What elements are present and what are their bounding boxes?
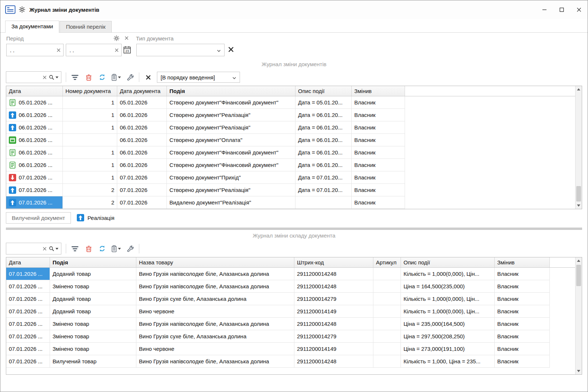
cell-product[interactable]: Вино Грузія напівсолодке біле, Алазанськ… — [136, 280, 294, 293]
cell-descr[interactable]: Ціна = 273,000(191,100) — [401, 343, 495, 355]
cell-product[interactable]: Вино червоне — [136, 343, 294, 355]
table-row[interactable]: 07.01.2026 ...Доданий товарВино Грузія с… — [6, 293, 582, 305]
table-row[interactable]: 07.01.2026 ...107.01.2026Створено докуме… — [6, 171, 582, 184]
cell-number[interactable]: 1 — [63, 96, 117, 109]
cell-barcode[interactable]: 2911200014248 — [294, 280, 373, 293]
splitter-handle[interactable] — [6, 228, 582, 230]
cell-doc_date[interactable]: 06.01.2026 — [117, 159, 167, 171]
scrollbar-track[interactable] — [576, 264, 582, 368]
tab-by-documents[interactable]: За документами — [5, 21, 59, 33]
cell-event[interactable]: Доданий товар — [50, 268, 136, 280]
scrollbar-thumb[interactable] — [576, 265, 581, 286]
cell-article[interactable] — [373, 343, 401, 355]
upper-column-doc_date[interactable]: Дата документа — [117, 86, 167, 96]
lower-column-changed_by[interactable]: Змінив — [495, 257, 550, 267]
clear-date-from-icon[interactable] — [57, 47, 61, 53]
table-row[interactable]: 06.01.2026 ...106.01.2026Створено докуме… — [6, 109, 582, 121]
table-row[interactable]: 07.01.2026 ...Вилучений товарВино Грузія… — [6, 355, 582, 368]
cell-event[interactable]: Змінено товар — [50, 318, 136, 330]
filter-button[interactable] — [71, 244, 79, 253]
cell-doc_date[interactable]: 06.01.2026 — [117, 109, 167, 121]
cell-changed_by[interactable]: Власник — [352, 196, 405, 209]
cell-barcode[interactable]: 2911200014149 — [294, 305, 373, 318]
table-row[interactable]: 07.01.2026 ...Змінено товарВино Грузія с… — [6, 330, 582, 343]
cell-date[interactable]: 07.01.2026 ... — [6, 343, 50, 355]
tab-full-list[interactable]: Повний перелік — [60, 21, 112, 32]
cell-event[interactable]: Змінено товар — [50, 343, 136, 355]
cell-descr[interactable] — [295, 196, 352, 209]
cell-changed_by[interactable]: Власник — [495, 355, 550, 368]
search-input[interactable] — [9, 246, 40, 252]
cell-descr[interactable]: Дата = 05.01.20... — [295, 96, 352, 109]
cell-product[interactable]: Вино червоне — [136, 305, 294, 318]
cell-doc_date[interactable]: 07.01.2026 — [117, 196, 167, 209]
table-row[interactable]: 06.01.2026 ...106.01.2026Створено докуме… — [6, 121, 582, 134]
cell-changed_by[interactable]: Власник — [495, 280, 550, 293]
delete-button[interactable] — [84, 244, 93, 253]
cell-number[interactable]: 1 — [63, 159, 117, 171]
table-row[interactable]: 06.01.2026 ...06.01.2026Створено докумен… — [6, 134, 582, 146]
cell-event[interactable]: Створено документ"Прихід" — [167, 171, 295, 184]
period-gear-icon[interactable] — [114, 35, 119, 41]
cell-number[interactable]: 2 — [63, 184, 117, 196]
table-row[interactable]: 07.01.2026 ...Доданий товарВино червоне2… — [6, 305, 582, 318]
calendar-icon[interactable]: 23 — [123, 46, 131, 54]
cell-changed_by[interactable]: Власник — [352, 184, 405, 196]
cell-doc_date[interactable]: 05.01.2026 — [117, 96, 167, 109]
cell-event[interactable]: Створено документ"Реалізація" — [167, 109, 295, 121]
cell-changed_by[interactable]: Власник — [495, 318, 550, 330]
clear-search-icon[interactable] — [43, 74, 47, 81]
cell-product[interactable]: Вино Грузія напівсолодке біле, Алазанськ… — [136, 268, 294, 280]
cell-descr[interactable]: Дата = 06.01.20... — [295, 146, 352, 159]
lower-column-barcode[interactable]: Штрих-код — [294, 257, 373, 267]
cell-date[interactable]: 06.01.2026 ... — [6, 121, 63, 134]
search-icon[interactable] — [49, 75, 58, 80]
lower-column-article[interactable]: Артикул — [373, 257, 401, 267]
cell-date[interactable]: 06.01.2026 ... — [6, 109, 63, 121]
cell-changed_by[interactable]: Власник — [352, 134, 405, 146]
lower-column-product[interactable]: Назва товару — [136, 257, 294, 267]
cell-date[interactable]: 07.01.2026 ... — [6, 318, 50, 330]
cell-product[interactable]: Вино Грузія сухе біле, Алазанська долина — [136, 293, 294, 305]
table-row[interactable]: 07.01.2026 ...Змінено товарВино Грузія н… — [6, 280, 582, 293]
scroll-up-arrow[interactable] — [576, 257, 582, 264]
table-row[interactable]: 06.01.2026 ...106.01.2026Створено докуме… — [6, 159, 582, 171]
search-icon[interactable] — [49, 246, 58, 252]
cell-event[interactable]: Створено документ"Реалізація" — [167, 184, 295, 196]
upper-column-changed_by[interactable]: Змінив — [352, 86, 405, 96]
cell-date[interactable]: 07.01.2026 ... — [6, 171, 63, 184]
cell-event[interactable]: Видалено документ"Реалізація" — [167, 196, 295, 209]
refresh-button[interactable] — [98, 72, 107, 82]
cell-date[interactable]: 07.01.2026 ... — [6, 280, 50, 293]
cell-descr[interactable]: Дата = 07.01.20... — [295, 171, 352, 184]
tools-button[interactable] — [126, 244, 135, 253]
cell-event[interactable]: Доданий товар — [50, 305, 136, 318]
scrollbar-track[interactable] — [576, 93, 582, 202]
upper-column-date[interactable]: Дата — [6, 86, 63, 96]
cell-doc_date[interactable]: 06.01.2026 — [117, 121, 167, 134]
doc-type-select[interactable] — [136, 44, 225, 56]
cell-article[interactable] — [373, 355, 401, 368]
refresh-button[interactable] — [98, 244, 107, 253]
date-from-input[interactable] — [10, 47, 54, 53]
cell-number[interactable]: 1 — [63, 171, 117, 184]
cell-event[interactable]: Доданий товар — [50, 293, 136, 305]
cell-date[interactable]: 05.01.2026 ... — [6, 96, 63, 109]
cell-doc_date[interactable]: 06.01.2026 — [117, 146, 167, 159]
cell-changed_by[interactable]: Власник — [352, 121, 405, 134]
cell-article[interactable] — [373, 318, 401, 330]
table-row[interactable]: 06.01.2026 ...106.01.2026Створено докуме… — [6, 146, 582, 159]
cell-descr[interactable]: Ціна = 297,500(208,250) — [401, 330, 495, 343]
cell-doc_date[interactable]: 07.01.2026 — [117, 171, 167, 184]
search-box[interactable] — [6, 243, 61, 254]
filter-button[interactable] — [71, 72, 79, 82]
scroll-down-arrow[interactable] — [576, 202, 582, 209]
lower-column-date[interactable]: Дата — [6, 257, 50, 267]
cell-changed_by[interactable]: Власник — [495, 330, 550, 343]
upper-column-number[interactable]: Номер документа — [63, 86, 117, 96]
delete-button[interactable] — [84, 72, 93, 82]
cell-article[interactable] — [373, 268, 401, 280]
cell-descr[interactable]: Дата = 07.01.20... — [295, 184, 352, 196]
upper-column-event[interactable]: Подія — [167, 86, 295, 96]
gear-icon[interactable] — [19, 6, 25, 13]
